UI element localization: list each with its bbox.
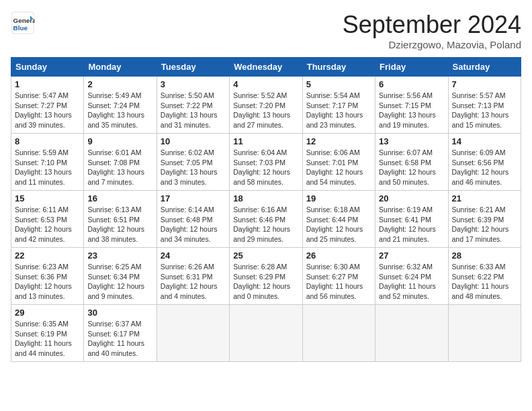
day-info: Sunrise: 6:06 AMSunset: 7:01 PMDaylight:…	[306, 148, 371, 187]
day-info: Sunrise: 6:35 AMSunset: 6:19 PMDaylight:…	[15, 319, 80, 359]
calendar-cell	[230, 305, 302, 362]
day-info: Sunrise: 6:09 AMSunset: 6:56 PMDaylight:…	[452, 148, 517, 187]
weekday-header-tuesday: Tuesday	[157, 58, 229, 77]
day-number: 27	[379, 250, 444, 261]
day-number: 11	[233, 136, 298, 146]
calendar-cell: 7Sunrise: 5:57 AMSunset: 7:13 PMDaylight…	[448, 77, 521, 134]
day-info: Sunrise: 6:16 AMSunset: 6:46 PMDaylight:…	[233, 205, 298, 244]
title-block: September 2024 Dzierzgowo, Mazovia, Pola…	[343, 11, 521, 50]
calendar-table: SundayMondayTuesdayWednesdayThursdayFrid…	[11, 57, 521, 362]
day-number: 8	[15, 136, 80, 146]
month-title: September 2024	[343, 11, 521, 39]
calendar-cell: 2Sunrise: 5:49 AMSunset: 7:24 PMDaylight…	[84, 77, 157, 134]
calendar-cell	[157, 305, 229, 362]
calendar-cell: 13Sunrise: 6:07 AMSunset: 6:58 PMDayligh…	[375, 134, 448, 191]
day-number: 21	[452, 193, 517, 203]
calendar-cell: 21Sunrise: 6:21 AMSunset: 6:39 PMDayligh…	[448, 191, 521, 248]
day-info: Sunrise: 5:57 AMSunset: 7:13 PMDaylight:…	[452, 91, 517, 130]
weekday-header-sunday: Sunday	[11, 58, 84, 77]
calendar-cell: 9Sunrise: 6:01 AMSunset: 7:08 PMDaylight…	[84, 134, 157, 191]
day-number: 24	[161, 250, 226, 261]
day-number: 13	[379, 136, 444, 146]
calendar-cell: 29Sunrise: 6:35 AMSunset: 6:19 PMDayligh…	[11, 305, 84, 362]
day-info: Sunrise: 6:32 AMSunset: 6:24 PMDaylight:…	[379, 262, 444, 302]
calendar-cell: 18Sunrise: 6:16 AMSunset: 6:46 PMDayligh…	[230, 191, 302, 248]
calendar-cell: 12Sunrise: 6:06 AMSunset: 7:01 PMDayligh…	[302, 134, 375, 191]
calendar-cell: 6Sunrise: 5:56 AMSunset: 7:15 PMDaylight…	[375, 77, 448, 134]
day-number: 22	[15, 250, 80, 261]
day-number: 26	[306, 250, 371, 261]
day-number: 6	[379, 79, 444, 89]
svg-text:Blue: Blue	[13, 24, 28, 32]
calendar-cell: 15Sunrise: 6:11 AMSunset: 6:53 PMDayligh…	[11, 191, 84, 248]
calendar-cell: 27Sunrise: 6:32 AMSunset: 6:24 PMDayligh…	[375, 248, 448, 305]
calendar-cell: 16Sunrise: 6:13 AMSunset: 6:51 PMDayligh…	[84, 191, 157, 248]
day-info: Sunrise: 5:54 AMSunset: 7:17 PMDaylight:…	[306, 91, 371, 130]
day-info: Sunrise: 6:33 AMSunset: 6:22 PMDaylight:…	[452, 262, 517, 302]
calendar-cell	[302, 305, 375, 362]
calendar-cell: 20Sunrise: 6:19 AMSunset: 6:41 PMDayligh…	[375, 191, 448, 248]
day-number: 14	[452, 136, 517, 146]
weekday-header-saturday: Saturday	[448, 58, 521, 77]
day-number: 9	[87, 136, 152, 146]
calendar-cell: 22Sunrise: 6:23 AMSunset: 6:36 PMDayligh…	[11, 248, 84, 305]
calendar-cell: 19Sunrise: 6:18 AMSunset: 6:44 PMDayligh…	[302, 191, 375, 248]
day-number: 20	[379, 193, 444, 203]
day-info: Sunrise: 6:04 AMSunset: 7:03 PMDaylight:…	[233, 148, 298, 187]
calendar-cell: 24Sunrise: 6:26 AMSunset: 6:31 PMDayligh…	[157, 248, 229, 305]
day-number: 12	[306, 136, 371, 146]
day-number: 16	[87, 193, 152, 203]
day-info: Sunrise: 6:11 AMSunset: 6:53 PMDaylight:…	[15, 205, 80, 244]
day-info: Sunrise: 6:25 AMSunset: 6:34 PMDaylight:…	[87, 262, 152, 302]
calendar-cell: 10Sunrise: 6:02 AMSunset: 7:05 PMDayligh…	[157, 134, 229, 191]
calendar-cell: 3Sunrise: 5:50 AMSunset: 7:22 PMDaylight…	[157, 77, 229, 134]
day-info: Sunrise: 5:47 AMSunset: 7:27 PMDaylight:…	[15, 91, 80, 130]
day-number: 2	[87, 79, 152, 89]
calendar-cell: 14Sunrise: 6:09 AMSunset: 6:56 PMDayligh…	[448, 134, 521, 191]
day-info: Sunrise: 5:50 AMSunset: 7:22 PMDaylight:…	[161, 91, 226, 130]
weekday-header-monday: Monday	[84, 58, 157, 77]
day-info: Sunrise: 5:49 AMSunset: 7:24 PMDaylight:…	[87, 91, 152, 130]
day-info: Sunrise: 6:14 AMSunset: 6:48 PMDaylight:…	[161, 205, 226, 244]
day-number: 5	[306, 79, 371, 89]
calendar-cell	[375, 305, 448, 362]
calendar-cell: 30Sunrise: 6:37 AMSunset: 6:17 PMDayligh…	[84, 305, 157, 362]
day-info: Sunrise: 5:56 AMSunset: 7:15 PMDaylight:…	[379, 91, 444, 130]
day-info: Sunrise: 6:01 AMSunset: 7:08 PMDaylight:…	[87, 148, 152, 187]
location-subtitle: Dzierzgowo, Mazovia, Poland	[343, 39, 521, 50]
day-info: Sunrise: 5:59 AMSunset: 7:10 PMDaylight:…	[15, 148, 80, 187]
calendar-cell: 26Sunrise: 6:30 AMSunset: 6:27 PMDayligh…	[302, 248, 375, 305]
day-info: Sunrise: 6:28 AMSunset: 6:29 PMDaylight:…	[233, 262, 298, 302]
calendar-cell: 23Sunrise: 6:25 AMSunset: 6:34 PMDayligh…	[84, 248, 157, 305]
calendar-cell: 17Sunrise: 6:14 AMSunset: 6:48 PMDayligh…	[157, 191, 229, 248]
day-info: Sunrise: 6:23 AMSunset: 6:36 PMDaylight:…	[15, 262, 80, 302]
calendar-cell: 28Sunrise: 6:33 AMSunset: 6:22 PMDayligh…	[448, 248, 521, 305]
day-number: 28	[452, 250, 517, 261]
day-number: 3	[161, 79, 226, 89]
day-number: 30	[87, 308, 152, 318]
day-number: 25	[233, 250, 298, 261]
day-info: Sunrise: 6:21 AMSunset: 6:39 PMDaylight:…	[452, 205, 517, 244]
day-info: Sunrise: 6:18 AMSunset: 6:44 PMDaylight:…	[306, 205, 371, 244]
day-info: Sunrise: 6:07 AMSunset: 6:58 PMDaylight:…	[379, 148, 444, 187]
day-info: Sunrise: 6:26 AMSunset: 6:31 PMDaylight:…	[161, 262, 226, 302]
day-info: Sunrise: 6:19 AMSunset: 6:41 PMDaylight:…	[379, 205, 444, 244]
page-header: General Blue September 2024 Dzierzgowo, …	[11, 11, 521, 50]
day-number: 23	[87, 250, 152, 261]
day-number: 17	[161, 193, 226, 203]
day-number: 7	[452, 79, 517, 89]
calendar-cell	[448, 305, 521, 362]
day-number: 29	[15, 308, 80, 318]
weekday-header-friday: Friday	[375, 58, 448, 77]
logo: General Blue	[11, 11, 38, 35]
day-info: Sunrise: 6:37 AMSunset: 6:17 PMDaylight:…	[87, 319, 152, 359]
day-info: Sunrise: 5:52 AMSunset: 7:20 PMDaylight:…	[233, 91, 298, 130]
calendar-cell: 25Sunrise: 6:28 AMSunset: 6:29 PMDayligh…	[230, 248, 302, 305]
day-info: Sunrise: 6:13 AMSunset: 6:51 PMDaylight:…	[87, 205, 152, 244]
day-number: 4	[233, 79, 298, 89]
day-number: 18	[233, 193, 298, 203]
calendar-cell: 11Sunrise: 6:04 AMSunset: 7:03 PMDayligh…	[230, 134, 302, 191]
day-info: Sunrise: 6:30 AMSunset: 6:27 PMDaylight:…	[306, 262, 371, 302]
calendar-cell: 5Sunrise: 5:54 AMSunset: 7:17 PMDaylight…	[302, 77, 375, 134]
weekday-header-thursday: Thursday	[302, 58, 375, 77]
